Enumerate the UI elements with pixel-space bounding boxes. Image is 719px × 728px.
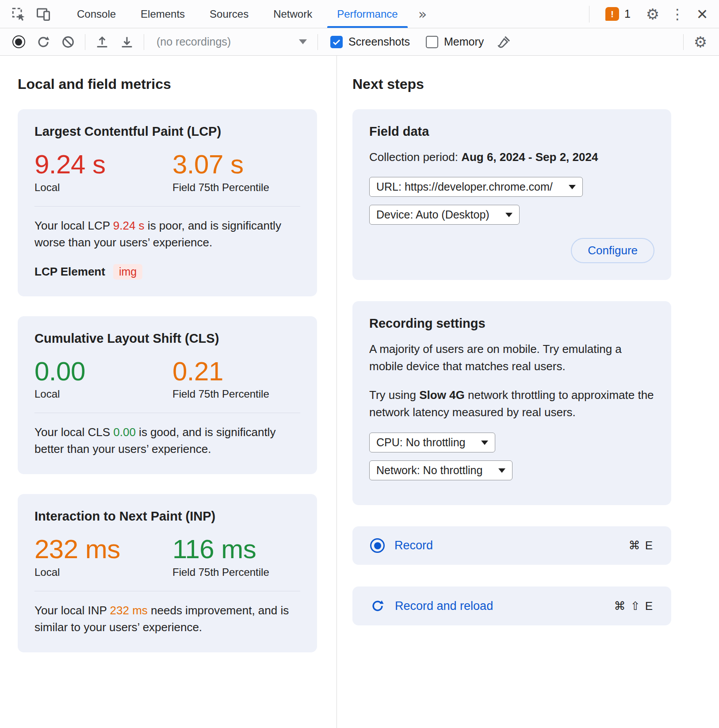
cls-metric-card: Cumulative Layout Shift (CLS) 0.00 Local… — [18, 316, 317, 475]
divider — [85, 34, 85, 50]
inp-field-value: 116 ms — [172, 535, 300, 563]
lcp-field-value: 3.07 s — [172, 150, 300, 179]
record-dot-icon — [12, 35, 25, 48]
inp-desc-value: 232 ms — [110, 604, 148, 617]
configure-button[interactable]: Configure — [571, 238, 654, 263]
recording-settings-para1: A majority of users are on mobile. Try e… — [369, 341, 654, 375]
recording-settings-title: Recording settings — [369, 316, 486, 331]
record-and-reload-label: Record and reload — [395, 599, 493, 613]
field-data-card: Field data Collection period: Aug 6, 202… — [352, 109, 671, 280]
dropdown-caret-icon — [498, 468, 505, 473]
collection-period-label: Collection period: — [369, 150, 461, 164]
lcp-local-column: 9.24 s Local — [34, 150, 172, 194]
issues-count: 1 — [624, 8, 631, 20]
divider — [317, 34, 318, 50]
inp-desc-prefix: Your local INP — [34, 604, 110, 617]
devtools-window: Console Elements Sources Network Perform… — [0, 0, 719, 728]
lcp-field-column: 3.07 s Field 75th Percentile — [172, 150, 300, 194]
record-icon — [370, 538, 385, 553]
screenshots-checkbox[interactable]: Screenshots — [330, 35, 410, 48]
inp-metric-card: Interaction to Next Paint (INP) 232 ms L… — [18, 494, 317, 652]
recordings-dropdown-label: (no recordings) — [157, 35, 231, 48]
cls-field-column: 0.21 Field 75th Percentile — [172, 357, 300, 401]
network-throttling-select[interactable]: Network: No throttling — [369, 460, 512, 480]
checkbox-checked-icon — [330, 36, 343, 48]
tab-console[interactable]: Console — [65, 0, 128, 28]
url-select-value: URL: https://developer.chrome.com/ — [376, 180, 553, 193]
more-options-icon[interactable]: ⋮ — [665, 7, 690, 21]
capture-settings-gear-icon[interactable]: ⚙ — [688, 34, 713, 50]
recording-settings-para2: Try using Slow 4G network throttling to … — [369, 387, 654, 421]
record-toolbar-icon[interactable] — [6, 35, 31, 48]
cls-local-value: 0.00 — [34, 357, 172, 386]
record-and-reload-button[interactable]: Record and reload ⌘ ⇧ E — [352, 586, 671, 625]
memory-label: Memory — [444, 35, 484, 48]
inp-description: Your local INP 232 ms needs improvement,… — [34, 602, 300, 636]
issues-counter[interactable]: ! 1 — [596, 7, 640, 21]
cls-desc-prefix: Your local CLS — [34, 425, 113, 439]
dropdown-caret-icon — [569, 185, 576, 189]
tab-network[interactable]: Network — [261, 0, 325, 28]
performance-landing: Local and field metrics Largest Contentf… — [0, 56, 719, 728]
metrics-heading: Local and field metrics — [18, 76, 317, 92]
reload-icon — [370, 598, 385, 613]
next-steps-heading: Next steps — [352, 76, 671, 92]
cls-local-column: 0.00 Local — [34, 357, 172, 401]
recordings-dropdown[interactable]: (no recordings) — [149, 35, 313, 48]
inp-field-label: Field 75th Percentile — [172, 566, 300, 579]
lcp-desc-value: 9.24 s — [113, 219, 145, 232]
lcp-element-row: LCP Element img — [34, 264, 300, 280]
lcp-element-node-link[interactable]: img — [113, 264, 142, 280]
memory-checkbox[interactable]: Memory — [426, 35, 484, 48]
inp-local-column: 232 ms Local — [34, 535, 172, 579]
lcp-title: Largest Contentful Paint (LCP) — [34, 124, 300, 139]
record-shortcut: ⌘ E — [628, 539, 654, 552]
upload-profile-icon[interactable] — [90, 34, 115, 50]
next-steps-column: Next steps Field data Collection period:… — [337, 56, 719, 728]
reload-and-record-icon[interactable] — [31, 34, 56, 50]
url-select[interactable]: URL: https://developer.chrome.com/ — [369, 177, 583, 197]
lcp-desc-prefix: Your local LCP — [34, 219, 113, 232]
collection-period: Collection period: Aug 6, 2024 - Sep 2, … — [369, 149, 598, 165]
more-tabs-icon[interactable]: » — [410, 0, 435, 28]
device-toolbar-icon[interactable] — [31, 0, 56, 28]
para2-prefix: Try using — [369, 388, 419, 402]
lcp-metric-card: Largest Contentful Paint (LCP) 9.24 s Lo… — [18, 109, 317, 296]
cpu-throttling-select[interactable]: CPU: No throttling — [369, 433, 495, 452]
settings-gear-icon[interactable]: ⚙ — [640, 7, 665, 22]
record-button[interactable]: Record ⌘ E — [352, 526, 671, 565]
divider — [589, 6, 589, 23]
lcp-field-label: Field 75th Percentile — [172, 181, 300, 194]
dropdown-caret-icon — [299, 39, 307, 44]
cls-desc-value: 0.00 — [113, 425, 136, 439]
download-profile-icon[interactable] — [115, 34, 139, 50]
cls-description: Your local CLS 0.00 is good, and is sign… — [34, 424, 300, 457]
device-select-value: Device: Auto (Desktop) — [376, 208, 490, 221]
tabbar-right-controls: ! 1 ⚙ ⋮ × — [585, 0, 719, 28]
lcp-local-value: 9.24 s — [34, 150, 172, 179]
clear-recordings-icon[interactable] — [56, 34, 80, 50]
performance-toolbar: (no recordings) Screenshots Memory ⚙ — [0, 28, 719, 56]
devtools-tabbar: Console Elements Sources Network Perform… — [0, 0, 719, 28]
lcp-values: 9.24 s Local 3.07 s Field 75th Percentil… — [34, 150, 300, 194]
issue-icon: ! — [605, 7, 619, 21]
lcp-local-label: Local — [34, 181, 172, 194]
inspect-element-icon[interactable] — [6, 0, 31, 28]
tab-performance[interactable]: Performance — [325, 0, 410, 28]
panel-tabs: Console Elements Sources Network Perform… — [65, 0, 435, 28]
screenshots-label: Screenshots — [348, 35, 410, 48]
lcp-element-label: LCP Element — [34, 265, 105, 279]
collect-garbage-icon[interactable] — [492, 34, 516, 50]
tab-elements[interactable]: Elements — [128, 0, 197, 28]
network-select-value: Network: No throttling — [376, 464, 482, 477]
para2-bold: Slow 4G — [419, 388, 465, 402]
field-data-title: Field data — [369, 124, 429, 139]
local-field-metrics-column: Local and field metrics Largest Contentf… — [0, 56, 337, 728]
tab-sources[interactable]: Sources — [197, 0, 261, 28]
close-devtools-icon[interactable]: × — [690, 5, 715, 23]
inp-local-value: 232 ms — [34, 535, 172, 563]
device-select[interactable]: Device: Auto (Desktop) — [369, 205, 520, 225]
collection-period-dates: Aug 6, 2024 - Sep 2, 2024 — [461, 150, 598, 164]
inp-values: 232 ms Local 116 ms Field 75th Percentil… — [34, 535, 300, 579]
cls-title: Cumulative Layout Shift (CLS) — [34, 331, 300, 346]
